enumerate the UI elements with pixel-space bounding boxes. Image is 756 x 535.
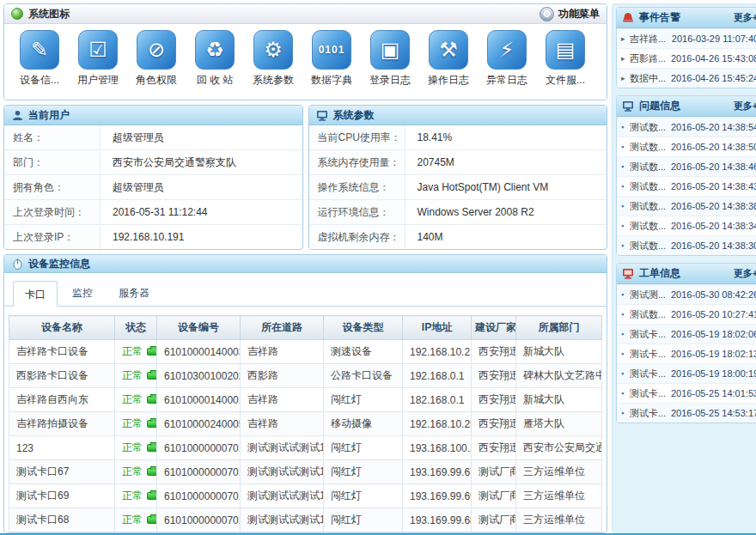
- item-time: 2016-05-19 18:02:06: [671, 329, 756, 339]
- more-link[interactable]: 更多+: [734, 267, 756, 280]
- side-panel-2: 工单信息更多+▪测试测...2016-05-30 08:42:26▪测试数...…: [616, 263, 756, 423]
- table-row[interactable]: 测试卡口69正常61010000000701测试测试试测试1测闯红灯193.16…: [9, 484, 602, 508]
- shortcut-toolbar: ✎设备信...☑用户管理⊘角色权限♻回 收 站⚙系统参数0101数据字典▣登录日…: [4, 24, 607, 100]
- toolbar-item-0[interactable]: ✎设备信...: [18, 30, 61, 88]
- side-list-item[interactable]: ▪测试数...2016-05-20 14:38:50: [617, 137, 756, 156]
- side-list-item[interactable]: ▪测试卡...2016-05-19 18:02:13: [617, 343, 756, 363]
- alarm-icon: [622, 12, 634, 24]
- column-header: IP地址: [403, 316, 472, 340]
- department-cell: 碑林大队文艺路中队: [516, 364, 602, 388]
- bullet-icon: ▸: [621, 34, 630, 43]
- sysparam-label: 当前CPU使用率：: [309, 125, 405, 149]
- bullet-icon: ▸: [621, 54, 630, 63]
- side-list-item[interactable]: ▪测试数...2016-05-20 14:38:46: [617, 156, 756, 176]
- status-badge: 正常: [122, 465, 143, 477]
- sysparam-row-3: 运行环境信息：Windows Server 2008 R2: [309, 200, 607, 225]
- device-name-cell: 测试卡口67: [9, 460, 115, 484]
- device-monitoring-header: 设备监控信息: [4, 255, 607, 273]
- more-link[interactable]: 更多+: [734, 11, 756, 24]
- table-row[interactable]: 吉祥路拍摄设备正常61010000240005吉祥路移动摄像192.168.10…: [9, 412, 602, 436]
- side-list-item[interactable]: ▪测试卡...2016-05-19 18:02:06: [617, 324, 756, 343]
- item-time: 2016-05-20 14:38:34: [671, 221, 756, 231]
- printer-icon: [147, 444, 157, 452]
- gear-icon: ⚙: [540, 7, 554, 21]
- toolbar-item-4[interactable]: ⚙系统参数: [252, 30, 295, 88]
- function-menu-label: 功能菜单: [558, 7, 600, 21]
- item-time: 2016-05-20 14:38:54: [671, 122, 756, 132]
- side-list-item[interactable]: ▪测试数...2016-05-20 14:38:43: [617, 176, 756, 196]
- more-link[interactable]: 更多+: [734, 100, 756, 112]
- user-label: 上次登录IP：: [4, 225, 101, 249]
- bullet-icon: ▪: [621, 143, 630, 151]
- current-user-header: 当前用户: [4, 106, 302, 125]
- toolbar-item-6[interactable]: ▣登录日志: [369, 30, 412, 88]
- device-type-cell: 闯红灯: [324, 508, 403, 532]
- toolbar-item-3[interactable]: ♻回 收 站: [193, 30, 236, 88]
- side-panel-title: 问题信息: [639, 99, 680, 113]
- side-list-item[interactable]: ▪测试数...2016-05-20 14:38:30: [617, 235, 756, 255]
- side-list-item[interactable]: ▪测试卡...2016-05-25 14:53:17: [617, 403, 756, 423]
- table-row[interactable]: 吉祥路卡口设备正常61010000140003吉祥路测速设备192.168.10…: [9, 340, 602, 364]
- item-name: 测试数...: [630, 220, 671, 233]
- department-cell: 三方运维单位: [516, 460, 602, 484]
- road-cell: 吉祥路: [241, 412, 324, 436]
- side-list-item[interactable]: ▸西影路...2016-04-26 15:43:08: [617, 48, 756, 68]
- toolbar-item-1[interactable]: ☑用户管理: [76, 30, 119, 88]
- toolbar-item-label: 回 收 站: [197, 73, 234, 88]
- tab-卡口[interactable]: 卡口: [13, 281, 58, 307]
- toolbar-item-label: 文件服...: [546, 73, 585, 88]
- user-value: 2016-05-31 11:12:44: [101, 200, 302, 224]
- item-time: 2016-05-19 18:02:13: [671, 349, 756, 359]
- tab-服务器[interactable]: 服务器: [107, 280, 161, 306]
- toolbar-item-7[interactable]: ⚒操作日志: [427, 30, 470, 88]
- mouse-icon: [11, 258, 23, 270]
- table-row[interactable]: 测试卡口67正常61010000000701测试测试试测试1测闯红灯193.16…: [9, 460, 602, 484]
- column-header: 设备类型: [324, 316, 403, 340]
- toolbar-item-label: 异常日志: [486, 73, 527, 88]
- status-cell: 正常: [115, 436, 157, 460]
- table-row[interactable]: 测试卡口68正常61010000000701测试测试试测试1测闯红灯193.16…: [9, 508, 602, 532]
- item-time: 2016-05-20 10:27:41: [671, 309, 756, 319]
- vendor-cell: 测试厂商: [472, 460, 516, 484]
- toolbar-item-label: 设备信...: [20, 73, 59, 88]
- system-icons-title: 系统图标: [28, 7, 70, 21]
- side-list-item[interactable]: ▪测试数...2016-05-20 10:27:41: [617, 304, 756, 324]
- user-value: 超级管理员: [101, 125, 302, 149]
- side-list-item[interactable]: ▪测试数...2016-05-20 14:38:54: [617, 117, 756, 137]
- column-header: 所属部门: [516, 316, 602, 340]
- toolbar-item-9[interactable]: ▤文件服...: [544, 30, 587, 88]
- table-row[interactable]: 吉祥路自西向东正常61010000140001吉祥路闯红灯182.168.0.1…: [9, 388, 602, 412]
- side-list-item[interactable]: ▪测试卡...2016-05-25 14:01:53: [617, 383, 756, 403]
- toolbar-item-8[interactable]: ⚡异常日志: [485, 30, 528, 88]
- vendor-cell: 测试厂商: [472, 484, 516, 508]
- item-time: 2016-04-26 15:45:24: [671, 73, 756, 83]
- table-row[interactable]: 西影路卡口设备正常61010300100202西影路公路卡口设备192.168.…: [9, 364, 602, 388]
- item-name: 测试数...: [630, 200, 671, 213]
- side-list-item[interactable]: ▪测试卡...2016-05-19 18:00:19: [617, 363, 756, 383]
- side-list-item[interactable]: ▸数据中...2016-04-26 15:45:24: [617, 68, 756, 88]
- device-type-cell: 公路卡口设备: [324, 364, 403, 388]
- side-list-item[interactable]: ▪测试数...2016-05-20 14:38:34: [617, 216, 756, 235]
- bullet-icon: ▪: [621, 123, 630, 131]
- toolbar-item-2[interactable]: ⊘角色权限: [135, 30, 178, 88]
- item-time: 2016-05-25 14:01:53: [671, 388, 756, 398]
- login-log-icon: ▣: [370, 30, 410, 70]
- function-menu-button[interactable]: ⚙ 功能菜单: [540, 7, 600, 21]
- tab-监控[interactable]: 监控: [61, 280, 104, 306]
- toolbar-item-5[interactable]: 0101数据字典: [310, 30, 353, 88]
- system-params-icon: ⚙: [253, 30, 293, 70]
- side-list-item[interactable]: ▸吉祥路...2016-03-29 11:07:40: [617, 28, 756, 48]
- side-list-item[interactable]: ▪测试数...2016-05-20 14:38:38: [617, 196, 756, 216]
- item-name: 测试数...: [630, 308, 671, 321]
- device-type-cell: 移动摄像: [324, 412, 403, 436]
- side-list-item[interactable]: ▪测试测...2016-05-30 08:42:26: [617, 284, 756, 304]
- bullet-icon: ▪: [621, 409, 630, 417]
- table-row[interactable]: 123正常61010000000701测试测试试测试1测闯红灯193.168.1…: [9, 436, 602, 460]
- user-value: 西安市公安局交通警察支队: [101, 150, 302, 174]
- vendor-cell: 西安翔迅: [472, 340, 516, 364]
- device-name-cell: 测试卡口68: [9, 508, 115, 532]
- road-cell: 吉祥路: [241, 388, 324, 412]
- user-label: 姓名：: [4, 125, 101, 149]
- ip-cell: 192.168.10.21: [403, 340, 472, 364]
- device-name-cell: 吉祥路自西向东: [9, 388, 115, 412]
